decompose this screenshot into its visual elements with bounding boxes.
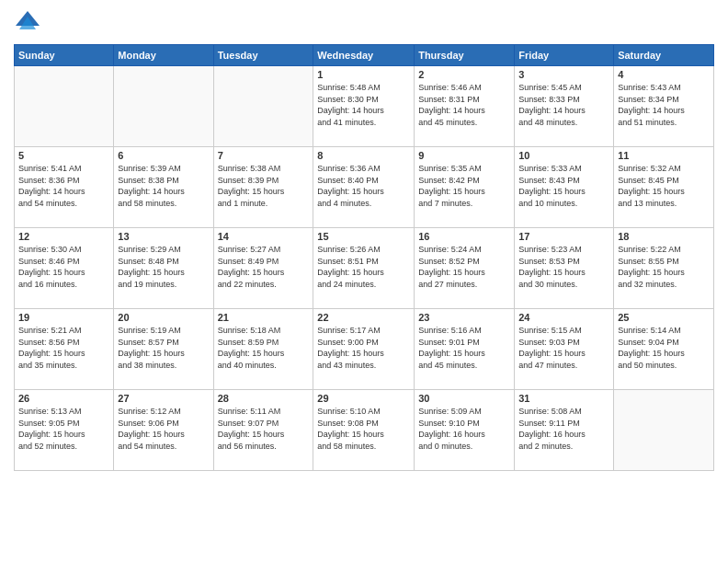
day-number: 4	[618, 69, 710, 80]
day-cell: 25Sunrise: 5:14 AM Sunset: 9:04 PM Dayli…	[614, 309, 714, 390]
day-number: 30	[418, 393, 510, 404]
day-number: 25	[618, 312, 710, 323]
day-cell: 2Sunrise: 5:46 AM Sunset: 8:31 PM Daylig…	[415, 66, 515, 147]
day-info: Sunrise: 5:46 AM Sunset: 8:31 PM Dayligh…	[418, 82, 510, 128]
day-cell: 1Sunrise: 5:48 AM Sunset: 8:30 PM Daylig…	[313, 66, 415, 147]
day-cell: 5Sunrise: 5:41 AM Sunset: 8:36 PM Daylig…	[15, 147, 114, 228]
day-info: Sunrise: 5:18 AM Sunset: 8:59 PM Dayligh…	[218, 325, 310, 371]
day-info: Sunrise: 5:10 AM Sunset: 9:08 PM Dayligh…	[317, 406, 410, 452]
day-number: 17	[518, 231, 609, 242]
day-cell: 18Sunrise: 5:22 AM Sunset: 8:55 PM Dayli…	[614, 228, 714, 309]
day-cell: 9Sunrise: 5:35 AM Sunset: 8:42 PM Daylig…	[415, 147, 515, 228]
day-number: 14	[218, 231, 310, 242]
day-number: 13	[118, 231, 209, 242]
day-info: Sunrise: 5:29 AM Sunset: 8:48 PM Dayligh…	[118, 244, 209, 290]
day-cell: 16Sunrise: 5:24 AM Sunset: 8:52 PM Dayli…	[415, 228, 515, 309]
day-info: Sunrise: 5:48 AM Sunset: 8:30 PM Dayligh…	[317, 82, 410, 128]
day-cell: 6Sunrise: 5:39 AM Sunset: 8:38 PM Daylig…	[114, 147, 213, 228]
day-info: Sunrise: 5:30 AM Sunset: 8:46 PM Dayligh…	[18, 244, 109, 290]
day-info: Sunrise: 5:17 AM Sunset: 9:00 PM Dayligh…	[317, 325, 410, 371]
day-cell: 15Sunrise: 5:26 AM Sunset: 8:51 PM Dayli…	[313, 228, 415, 309]
day-number: 2	[418, 69, 510, 80]
day-info: Sunrise: 5:23 AM Sunset: 8:53 PM Dayligh…	[518, 244, 609, 290]
day-info: Sunrise: 5:43 AM Sunset: 8:34 PM Dayligh…	[618, 82, 710, 128]
day-info: Sunrise: 5:22 AM Sunset: 8:55 PM Dayligh…	[618, 244, 710, 290]
day-info: Sunrise: 5:13 AM Sunset: 9:05 PM Dayligh…	[18, 406, 109, 452]
col-header-wednesday: Wednesday	[313, 45, 415, 66]
day-info: Sunrise: 5:11 AM Sunset: 9:07 PM Dayligh…	[218, 406, 310, 452]
page-header	[14, 9, 714, 37]
day-number: 3	[518, 69, 609, 80]
day-cell	[614, 390, 714, 471]
day-cell: 8Sunrise: 5:36 AM Sunset: 8:40 PM Daylig…	[313, 147, 415, 228]
day-cell	[15, 66, 114, 147]
day-number: 7	[218, 150, 310, 161]
day-info: Sunrise: 5:16 AM Sunset: 9:01 PM Dayligh…	[418, 325, 510, 371]
day-number: 31	[518, 393, 609, 404]
day-number: 21	[218, 312, 310, 323]
day-cell: 20Sunrise: 5:19 AM Sunset: 8:57 PM Dayli…	[114, 309, 213, 390]
day-cell: 14Sunrise: 5:27 AM Sunset: 8:49 PM Dayli…	[213, 228, 313, 309]
day-cell: 30Sunrise: 5:09 AM Sunset: 9:10 PM Dayli…	[415, 390, 515, 471]
day-cell: 3Sunrise: 5:45 AM Sunset: 8:33 PM Daylig…	[515, 66, 614, 147]
day-cell: 11Sunrise: 5:32 AM Sunset: 8:45 PM Dayli…	[614, 147, 714, 228]
day-cell: 26Sunrise: 5:13 AM Sunset: 9:05 PM Dayli…	[15, 390, 114, 471]
week-row-2: 5Sunrise: 5:41 AM Sunset: 8:36 PM Daylig…	[15, 147, 714, 228]
calendar: SundayMondayTuesdayWednesdayThursdayFrid…	[14, 44, 714, 471]
day-number: 19	[18, 312, 109, 323]
day-number: 6	[118, 150, 209, 161]
week-row-3: 12Sunrise: 5:30 AM Sunset: 8:46 PM Dayli…	[15, 228, 714, 309]
day-cell: 10Sunrise: 5:33 AM Sunset: 8:43 PM Dayli…	[515, 147, 614, 228]
day-cell	[114, 66, 213, 147]
col-header-thursday: Thursday	[415, 45, 515, 66]
logo-icon	[14, 9, 41, 37]
day-info: Sunrise: 5:09 AM Sunset: 9:10 PM Dayligh…	[418, 406, 510, 452]
logo	[14, 9, 45, 37]
day-number: 24	[518, 312, 609, 323]
col-header-friday: Friday	[515, 45, 614, 66]
day-number: 10	[518, 150, 609, 161]
day-number: 8	[317, 150, 410, 161]
day-info: Sunrise: 5:39 AM Sunset: 8:38 PM Dayligh…	[118, 163, 209, 209]
day-number: 28	[218, 393, 310, 404]
day-number: 23	[418, 312, 510, 323]
col-header-sunday: Sunday	[15, 45, 114, 66]
day-info: Sunrise: 5:14 AM Sunset: 9:04 PM Dayligh…	[618, 325, 710, 371]
day-info: Sunrise: 5:27 AM Sunset: 8:49 PM Dayligh…	[218, 244, 310, 290]
col-header-saturday: Saturday	[614, 45, 714, 66]
week-row-1: 1Sunrise: 5:48 AM Sunset: 8:30 PM Daylig…	[15, 66, 714, 147]
day-number: 22	[317, 312, 410, 323]
day-cell: 19Sunrise: 5:21 AM Sunset: 8:56 PM Dayli…	[15, 309, 114, 390]
day-info: Sunrise: 5:38 AM Sunset: 8:39 PM Dayligh…	[218, 163, 310, 209]
col-header-monday: Monday	[114, 45, 213, 66]
day-info: Sunrise: 5:32 AM Sunset: 8:45 PM Dayligh…	[618, 163, 710, 209]
day-cell: 28Sunrise: 5:11 AM Sunset: 9:07 PM Dayli…	[213, 390, 313, 471]
day-number: 15	[317, 231, 410, 242]
day-info: Sunrise: 5:45 AM Sunset: 8:33 PM Dayligh…	[518, 82, 609, 128]
day-cell: 27Sunrise: 5:12 AM Sunset: 9:06 PM Dayli…	[114, 390, 213, 471]
day-cell: 22Sunrise: 5:17 AM Sunset: 9:00 PM Dayli…	[313, 309, 415, 390]
day-number: 11	[618, 150, 710, 161]
day-info: Sunrise: 5:41 AM Sunset: 8:36 PM Dayligh…	[18, 163, 109, 209]
week-row-4: 19Sunrise: 5:21 AM Sunset: 8:56 PM Dayli…	[15, 309, 714, 390]
day-cell: 21Sunrise: 5:18 AM Sunset: 8:59 PM Dayli…	[213, 309, 313, 390]
day-number: 26	[18, 393, 109, 404]
day-cell: 23Sunrise: 5:16 AM Sunset: 9:01 PM Dayli…	[415, 309, 515, 390]
day-number: 1	[317, 69, 410, 80]
day-number: 5	[18, 150, 109, 161]
day-number: 12	[18, 231, 109, 242]
day-info: Sunrise: 5:19 AM Sunset: 8:57 PM Dayligh…	[118, 325, 209, 371]
header-row: SundayMondayTuesdayWednesdayThursdayFrid…	[15, 45, 714, 66]
col-header-tuesday: Tuesday	[213, 45, 313, 66]
day-cell: 31Sunrise: 5:08 AM Sunset: 9:11 PM Dayli…	[515, 390, 614, 471]
day-info: Sunrise: 5:08 AM Sunset: 9:11 PM Dayligh…	[518, 406, 609, 452]
day-info: Sunrise: 5:12 AM Sunset: 9:06 PM Dayligh…	[118, 406, 209, 452]
day-info: Sunrise: 5:33 AM Sunset: 8:43 PM Dayligh…	[518, 163, 609, 209]
day-cell: 17Sunrise: 5:23 AM Sunset: 8:53 PM Dayli…	[515, 228, 614, 309]
day-number: 20	[118, 312, 209, 323]
day-info: Sunrise: 5:36 AM Sunset: 8:40 PM Dayligh…	[317, 163, 410, 209]
day-info: Sunrise: 5:26 AM Sunset: 8:51 PM Dayligh…	[317, 244, 410, 290]
day-number: 16	[418, 231, 510, 242]
day-number: 9	[418, 150, 510, 161]
day-info: Sunrise: 5:21 AM Sunset: 8:56 PM Dayligh…	[18, 325, 109, 371]
